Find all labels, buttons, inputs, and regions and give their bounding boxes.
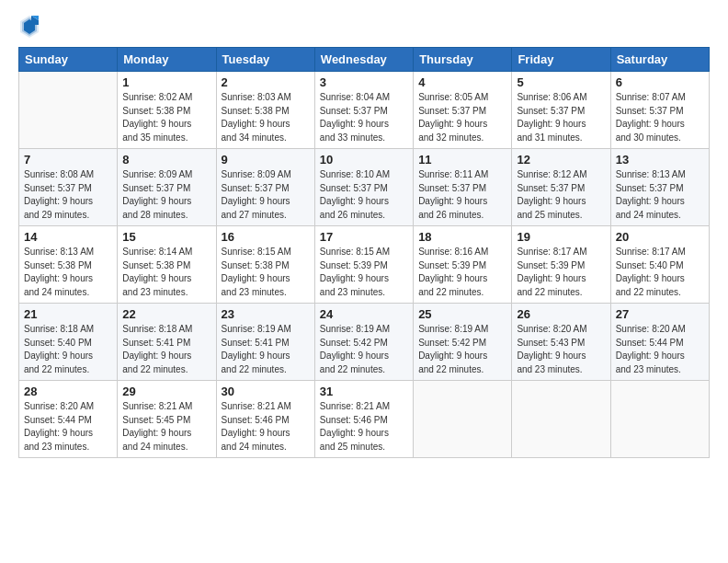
calendar-cell: 11Sunrise: 8:11 AMSunset: 5:37 PMDayligh… (414, 149, 512, 226)
calendar-cell: 29Sunrise: 8:21 AMSunset: 5:45 PMDayligh… (118, 381, 216, 458)
day-number: 25 (418, 307, 506, 321)
calendar-cell: 8Sunrise: 8:09 AMSunset: 5:37 PMDaylight… (118, 149, 216, 226)
day-number: 19 (517, 230, 605, 244)
weekday-header-monday: Monday (118, 48, 216, 72)
calendar-cell: 27Sunrise: 8:20 AMSunset: 5:44 PMDayligh… (610, 304, 709, 381)
calendar-cell: 13Sunrise: 8:13 AMSunset: 5:37 PMDayligh… (610, 149, 709, 226)
logo-icon (18, 14, 40, 40)
day-info: Sunrise: 8:09 AMSunset: 5:37 PMDaylight:… (122, 168, 210, 222)
weekday-header-wednesday: Wednesday (314, 48, 413, 72)
calendar-cell: 28Sunrise: 8:20 AMSunset: 5:44 PMDayligh… (19, 381, 118, 458)
day-number: 21 (24, 307, 112, 321)
day-info: Sunrise: 8:13 AMSunset: 5:37 PMDaylight:… (616, 168, 704, 222)
day-number: 5 (517, 75, 605, 89)
calendar-cell: 10Sunrise: 8:10 AMSunset: 5:37 PMDayligh… (314, 149, 413, 226)
day-number: 24 (320, 307, 408, 321)
calendar-cell: 19Sunrise: 8:17 AMSunset: 5:39 PMDayligh… (512, 226, 610, 304)
calendar-cell: 12Sunrise: 8:12 AMSunset: 5:37 PMDayligh… (512, 149, 610, 226)
weekday-header-tuesday: Tuesday (216, 48, 314, 72)
day-number: 3 (320, 75, 408, 89)
day-number: 23 (222, 307, 310, 321)
day-info: Sunrise: 8:15 AMSunset: 5:38 PMDaylight:… (222, 246, 310, 299)
calendar-table: SundayMondayTuesdayWednesdayThursdayFrid… (18, 47, 710, 458)
day-info: Sunrise: 8:20 AMSunset: 5:43 PMDaylight:… (517, 323, 605, 376)
calendar-cell (610, 381, 709, 458)
weekday-header-sunday: Sunday (19, 48, 118, 72)
calendar-cell: 30Sunrise: 8:21 AMSunset: 5:46 PMDayligh… (216, 381, 314, 458)
day-number: 16 (222, 230, 310, 244)
calendar-cell: 5Sunrise: 8:06 AMSunset: 5:37 PMDaylight… (512, 72, 610, 149)
day-info: Sunrise: 8:06 AMSunset: 5:37 PMDaylight:… (517, 91, 605, 144)
day-number: 29 (122, 385, 210, 398)
day-info: Sunrise: 8:03 AMSunset: 5:38 PMDaylight:… (222, 91, 310, 144)
week-row-5: 28Sunrise: 8:20 AMSunset: 5:44 PMDayligh… (19, 381, 710, 458)
day-info: Sunrise: 8:04 AMSunset: 5:37 PMDaylight:… (320, 91, 408, 144)
day-number: 12 (517, 153, 605, 167)
weekday-header-saturday: Saturday (610, 48, 709, 72)
day-number: 26 (517, 307, 605, 321)
day-number: 6 (616, 75, 704, 89)
day-info: Sunrise: 8:17 AMSunset: 5:40 PMDaylight:… (616, 246, 704, 299)
calendar-cell: 9Sunrise: 8:09 AMSunset: 5:37 PMDaylight… (216, 149, 314, 226)
day-number: 13 (616, 153, 704, 167)
day-number: 22 (122, 307, 210, 321)
day-number: 4 (418, 75, 506, 89)
week-row-2: 7Sunrise: 8:08 AMSunset: 5:37 PMDaylight… (19, 149, 710, 226)
logo (18, 14, 44, 40)
calendar-cell: 23Sunrise: 8:19 AMSunset: 5:41 PMDayligh… (216, 304, 314, 381)
day-info: Sunrise: 8:19 AMSunset: 5:42 PMDaylight:… (418, 323, 506, 376)
day-number: 27 (616, 307, 704, 321)
day-number: 30 (222, 385, 310, 398)
calendar-cell: 18Sunrise: 8:16 AMSunset: 5:39 PMDayligh… (414, 226, 512, 304)
day-info: Sunrise: 8:11 AMSunset: 5:37 PMDaylight:… (418, 168, 506, 222)
week-row-4: 21Sunrise: 8:18 AMSunset: 5:40 PMDayligh… (19, 304, 710, 381)
day-info: Sunrise: 8:17 AMSunset: 5:39 PMDaylight:… (517, 246, 605, 299)
calendar-cell (512, 381, 610, 458)
day-number: 9 (222, 153, 310, 167)
day-info: Sunrise: 8:21 AMSunset: 5:46 PMDaylight:… (222, 400, 310, 454)
week-row-1: 1Sunrise: 8:02 AMSunset: 5:38 PMDaylight… (19, 72, 710, 149)
calendar-cell: 14Sunrise: 8:13 AMSunset: 5:38 PMDayligh… (19, 226, 118, 304)
day-number: 15 (122, 230, 210, 244)
day-info: Sunrise: 8:12 AMSunset: 5:37 PMDaylight:… (517, 168, 605, 222)
day-info: Sunrise: 8:15 AMSunset: 5:39 PMDaylight:… (320, 246, 408, 299)
day-info: Sunrise: 8:13 AMSunset: 5:38 PMDaylight:… (24, 246, 112, 299)
day-info: Sunrise: 8:18 AMSunset: 5:40 PMDaylight:… (24, 323, 112, 376)
day-info: Sunrise: 8:10 AMSunset: 5:37 PMDaylight:… (320, 168, 408, 222)
calendar-cell (19, 72, 118, 149)
day-info: Sunrise: 8:20 AMSunset: 5:44 PMDaylight:… (24, 400, 112, 454)
header (18, 14, 710, 40)
calendar-cell (414, 381, 512, 458)
calendar-cell: 6Sunrise: 8:07 AMSunset: 5:37 PMDaylight… (610, 72, 709, 149)
day-info: Sunrise: 8:08 AMSunset: 5:37 PMDaylight:… (24, 168, 112, 222)
day-number: 18 (418, 230, 506, 244)
day-number: 7 (24, 153, 112, 167)
weekday-header-row: SundayMondayTuesdayWednesdayThursdayFrid… (19, 48, 710, 72)
day-number: 28 (24, 385, 112, 398)
day-info: Sunrise: 8:02 AMSunset: 5:38 PMDaylight:… (122, 91, 210, 144)
day-info: Sunrise: 8:14 AMSunset: 5:38 PMDaylight:… (122, 246, 210, 299)
day-info: Sunrise: 8:18 AMSunset: 5:41 PMDaylight:… (122, 323, 210, 376)
day-info: Sunrise: 8:09 AMSunset: 5:37 PMDaylight:… (222, 168, 310, 222)
calendar-cell: 3Sunrise: 8:04 AMSunset: 5:37 PMDaylight… (314, 72, 413, 149)
page: SundayMondayTuesdayWednesdayThursdayFrid… (0, 0, 728, 563)
calendar-cell: 15Sunrise: 8:14 AMSunset: 5:38 PMDayligh… (118, 226, 216, 304)
weekday-header-friday: Friday (512, 48, 610, 72)
day-info: Sunrise: 8:20 AMSunset: 5:44 PMDaylight:… (616, 323, 704, 376)
day-number: 20 (616, 230, 704, 244)
calendar-cell: 1Sunrise: 8:02 AMSunset: 5:38 PMDaylight… (118, 72, 216, 149)
day-info: Sunrise: 8:21 AMSunset: 5:46 PMDaylight:… (320, 400, 408, 454)
calendar-cell: 17Sunrise: 8:15 AMSunset: 5:39 PMDayligh… (314, 226, 413, 304)
day-number: 11 (418, 153, 506, 167)
day-number: 1 (122, 75, 210, 89)
calendar-cell: 31Sunrise: 8:21 AMSunset: 5:46 PMDayligh… (314, 381, 413, 458)
calendar-cell: 20Sunrise: 8:17 AMSunset: 5:40 PMDayligh… (610, 226, 709, 304)
day-info: Sunrise: 8:19 AMSunset: 5:41 PMDaylight:… (222, 323, 310, 376)
week-row-3: 14Sunrise: 8:13 AMSunset: 5:38 PMDayligh… (19, 226, 710, 304)
day-number: 17 (320, 230, 408, 244)
calendar-cell: 16Sunrise: 8:15 AMSunset: 5:38 PMDayligh… (216, 226, 314, 304)
weekday-header-thursday: Thursday (414, 48, 512, 72)
day-info: Sunrise: 8:16 AMSunset: 5:39 PMDaylight:… (418, 246, 506, 299)
day-number: 8 (122, 153, 210, 167)
day-number: 10 (320, 153, 408, 167)
